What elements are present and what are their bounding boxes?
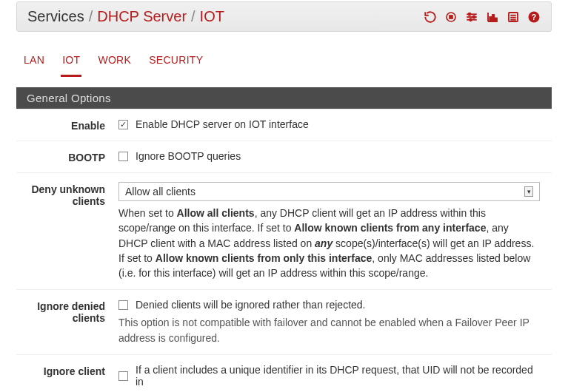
row-ignore-client: Ignore client If a client includes a uni… bbox=[16, 354, 552, 392]
tab-security[interactable]: SECURITY bbox=[147, 50, 204, 77]
stop-icon[interactable] bbox=[444, 10, 458, 24]
svg-rect-8 bbox=[490, 17, 491, 21]
row-enable: Enable Enable DHCP server on IOT interfa… bbox=[16, 109, 552, 141]
checkbox-enable[interactable] bbox=[118, 120, 128, 129]
page-header: Services / DHCP Server / IOT ? bbox=[16, 1, 552, 32]
checkbox-bootp[interactable] bbox=[118, 152, 128, 161]
breadcrumb-iot[interactable]: IOT bbox=[200, 8, 224, 25]
tab-work[interactable]: WORK bbox=[96, 50, 133, 77]
svg-point-6 bbox=[473, 16, 475, 18]
ignore-denied-text: Denied clients will be ignored rather th… bbox=[136, 299, 366, 311]
bootp-text: Ignore BOOTP queries bbox=[136, 150, 241, 162]
general-options-panel: General Options Enable Enable DHCP serve… bbox=[16, 87, 552, 392]
ignore-denied-note: This option is not compatible with failo… bbox=[118, 315, 540, 345]
label-bootp: BOOTP bbox=[22, 150, 105, 163]
row-bootp: BOOTP Ignore BOOTP queries bbox=[16, 141, 552, 172]
panel-title: General Options bbox=[16, 87, 552, 109]
svg-rect-1 bbox=[450, 16, 452, 18]
header-toolbar: ? bbox=[424, 10, 541, 24]
chart-icon[interactable] bbox=[486, 10, 499, 24]
help-icon[interactable]: ? bbox=[527, 10, 541, 24]
breadcrumb-sep: / bbox=[89, 8, 93, 25]
chevron-down-icon: ▾ bbox=[524, 186, 533, 197]
label-enable: Enable bbox=[22, 118, 105, 132]
breadcrumb-dhcp-server[interactable]: DHCP Server bbox=[97, 8, 187, 25]
breadcrumb-sep: / bbox=[191, 8, 196, 25]
enable-text: Enable DHCP server on IOT interface bbox=[136, 118, 309, 130]
select-deny-value: Allow all clients bbox=[125, 186, 196, 197]
tab-lan[interactable]: LAN bbox=[22, 50, 46, 77]
breadcrumb: Services / DHCP Server / IOT bbox=[27, 8, 224, 25]
svg-point-7 bbox=[470, 18, 472, 21]
checkbox-ignore-client[interactable] bbox=[118, 371, 128, 381]
svg-text:?: ? bbox=[532, 12, 536, 21]
list-icon[interactable] bbox=[507, 10, 520, 24]
label-ignore-client: Ignore client bbox=[22, 364, 105, 377]
svg-rect-10 bbox=[495, 18, 497, 21]
deny-help-text: When set to Allow all clients, any DHCP … bbox=[118, 206, 540, 280]
row-deny-unknown: Deny unknown clients Allow all clients ▾… bbox=[16, 172, 552, 289]
select-deny-unknown[interactable]: Allow all clients ▾ bbox=[118, 182, 540, 201]
ignore-client-text: If a client includes a unique identifier… bbox=[136, 364, 540, 388]
checkbox-ignore-denied[interactable] bbox=[118, 300, 128, 310]
interface-tabs: LAN IOT WORK SECURITY bbox=[16, 32, 552, 77]
tab-iot[interactable]: IOT bbox=[61, 50, 81, 77]
label-deny-unknown: Deny unknown clients bbox=[22, 182, 105, 207]
breadcrumb-services[interactable]: Services bbox=[27, 8, 84, 25]
sliders-icon[interactable] bbox=[465, 10, 478, 24]
label-ignore-denied: Ignore denied clients bbox=[22, 299, 105, 324]
svg-point-5 bbox=[469, 13, 471, 15]
refresh-icon[interactable] bbox=[424, 10, 437, 24]
row-ignore-denied: Ignore denied clients Denied clients wil… bbox=[16, 289, 552, 354]
svg-rect-9 bbox=[492, 15, 494, 21]
